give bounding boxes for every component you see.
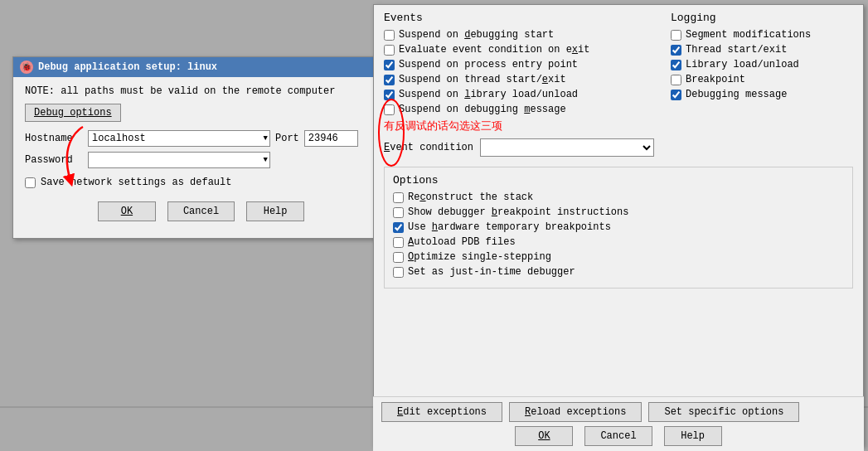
main-cancel-button[interactable]: Cancel	[584, 426, 652, 446]
left-ok-button[interactable]: OK	[98, 201, 156, 221]
event-label-4: Suspend on library load/unload	[399, 89, 578, 100]
log-label-0: Segment modifications	[686, 29, 811, 41]
main-dialog-footer: Edit exceptions Reload exceptions Set sp…	[373, 396, 864, 451]
dialog-icon: 🐞	[20, 61, 33, 74]
event-item-1: Evaluate event condition on exit	[384, 44, 654, 56]
event-label-2: Suspend on process entry point	[399, 59, 578, 70]
event-label-3: Suspend on thread start/exit	[399, 74, 566, 85]
footer-row1: Edit exceptions Reload exceptions Set sp…	[381, 402, 856, 422]
event-label-0: Suspend on debugging start	[399, 29, 554, 41]
chinese-annotation: 有反调试的话勾选这三项	[384, 119, 654, 133]
log-item-0: Segment modifications	[671, 29, 853, 41]
event-item-5: Suspend on debugging message	[384, 104, 654, 115]
reload-exceptions-button[interactable]: Reload exceptions	[509, 402, 642, 422]
event-checkbox-4[interactable]	[384, 90, 395, 100]
opt-item-5: Set as just-in-time debugger	[393, 266, 844, 278]
opt-checkbox-4[interactable]	[393, 252, 404, 263]
opt-label-3: Autoload PDB files	[408, 236, 516, 248]
hostname-input[interactable]	[88, 130, 270, 147]
event-item-0: Suspend on debugging start	[384, 29, 654, 41]
event-condition-select[interactable]	[480, 138, 654, 157]
save-network-label: Save network settings as default	[41, 177, 231, 188]
hostname-row: Hostname Port	[25, 130, 377, 147]
left-cancel-button[interactable]: Cancel	[167, 201, 235, 221]
note-text: NOTE: all paths must be valid on the rem…	[25, 85, 377, 97]
log-checkbox-3[interactable]	[671, 75, 681, 85]
event-checkbox-1[interactable]	[384, 45, 395, 56]
opt-item-0: Reconstruct the stack	[393, 192, 844, 203]
events-title: Events	[384, 12, 654, 24]
left-dialog-buttons: OK Cancel Help	[25, 196, 377, 230]
opt-item-2: Use hardware temporary breakpoints	[393, 221, 844, 233]
opt-label-1: Show debugger breakpoint instructions	[408, 206, 628, 218]
logging-column: Logging Segment modifications Thread sta…	[671, 12, 853, 157]
event-checkbox-0[interactable]	[384, 30, 395, 41]
footer-row2: OK Cancel Help	[381, 426, 856, 446]
port-input[interactable]	[304, 130, 358, 147]
event-item-2: Suspend on process entry point	[384, 59, 654, 70]
log-checkbox-1[interactable]	[671, 45, 681, 56]
save-network-checkbox[interactable]	[25, 177, 36, 188]
main-ok-button[interactable]: OK	[515, 426, 573, 446]
opt-checkbox-1[interactable]	[393, 207, 404, 218]
log-label-1: Thread start/exit	[686, 44, 787, 56]
log-item-2: Library load/unload	[671, 59, 853, 70]
set-specific-options-button[interactable]: Set specific options	[648, 402, 799, 422]
logging-title: Logging	[671, 12, 853, 24]
log-item-1: Thread start/exit	[671, 44, 853, 56]
log-checkbox-4[interactable]	[671, 90, 681, 100]
event-condition-label: Event condition	[384, 142, 473, 153]
log-label-3: Breakpoint	[686, 74, 745, 85]
log-checkbox-2[interactable]	[671, 60, 681, 70]
debug-options-button[interactable]: Debug options	[25, 104, 121, 122]
event-label-5: Suspend on debugging message	[399, 104, 566, 115]
save-network-row: Save network settings as default	[25, 177, 377, 188]
log-label-2: Library load/unload	[686, 59, 799, 70]
opt-label-4: Optimize single-stepping	[408, 251, 551, 263]
password-label: Password	[25, 154, 83, 166]
main-help-button[interactable]: Help	[664, 426, 722, 446]
log-item-4: Debugging message	[671, 89, 853, 100]
opt-item-4: Optimize single-stepping	[393, 251, 844, 263]
event-checkbox-5[interactable]	[384, 104, 395, 115]
opt-item-3: Autoload PDB files	[393, 236, 844, 248]
event-item-4: Suspend on library load/unload	[384, 89, 654, 100]
left-dialog-titlebar: 🐞 Debug application setup: linux	[13, 57, 389, 77]
opt-checkbox-0[interactable]	[393, 192, 404, 203]
password-row: Password	[25, 152, 377, 168]
left-dialog-title: Debug application setup: linux	[38, 61, 217, 73]
log-label-4: Debugging message	[686, 89, 787, 100]
opt-item-1: Show debugger breakpoint instructions	[393, 206, 844, 218]
password-select-wrapper	[88, 152, 270, 168]
hostname-label: Hostname	[25, 133, 83, 144]
event-label-1: Evaluate event condition on exit	[399, 44, 589, 56]
port-label: Port	[275, 133, 299, 144]
main-dialog: Events Suspend on debugging start Evalua…	[373, 4, 864, 447]
columns-row: Events Suspend on debugging start Evalua…	[384, 12, 853, 157]
log-item-3: Breakpoint	[671, 74, 853, 85]
opt-label-0: Reconstruct the stack	[408, 192, 533, 203]
event-checkbox-2[interactable]	[384, 60, 395, 70]
event-condition-row: Event condition	[384, 138, 654, 157]
event-item-3: Suspend on thread start/exit	[384, 74, 654, 85]
edit-exceptions-button[interactable]: Edit exceptions	[381, 402, 502, 422]
event-checkbox-3[interactable]	[384, 75, 395, 85]
left-dialog: 🐞 Debug application setup: linux NOTE: a…	[12, 56, 390, 239]
opt-label-5: Set as just-in-time debugger	[408, 266, 575, 278]
opt-checkbox-3[interactable]	[393, 237, 404, 248]
password-input[interactable]	[88, 152, 270, 168]
opt-checkbox-5[interactable]	[393, 267, 404, 278]
log-checkbox-0[interactable]	[671, 30, 681, 41]
opt-label-2: Use hardware temporary breakpoints	[408, 221, 611, 233]
left-help-button[interactable]: Help	[246, 201, 304, 221]
options-title: Options	[393, 174, 844, 187]
opt-checkbox-2[interactable]	[393, 222, 404, 233]
options-section: Options Reconstruct the stack Show debug…	[384, 167, 853, 289]
hostname-select-wrapper	[88, 130, 270, 147]
events-column: Events Suspend on debugging start Evalua…	[384, 12, 654, 157]
